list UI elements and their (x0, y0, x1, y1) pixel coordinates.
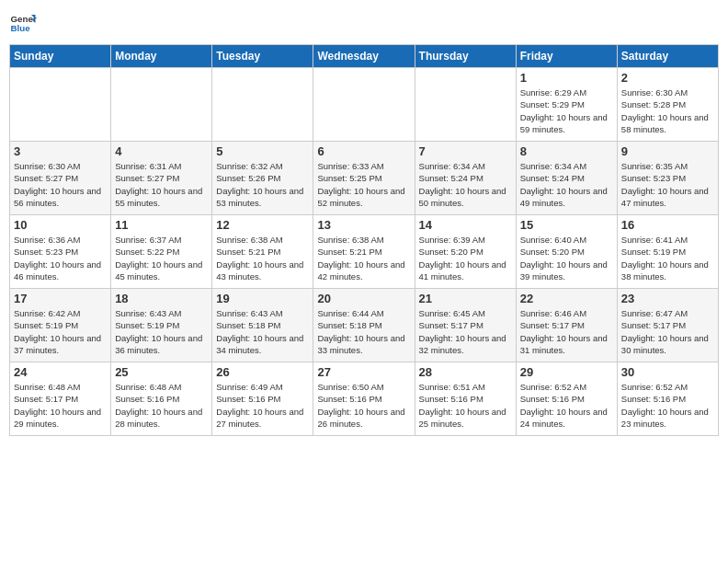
day-info: Sunrise: 6:40 AM Sunset: 5:20 PM Dayligh… (520, 234, 613, 282)
day-number: 18 (115, 292, 208, 305)
day-info: Sunrise: 6:44 AM Sunset: 5:18 PM Dayligh… (317, 307, 410, 356)
calendar-day-cell: 14Sunrise: 6:39 AM Sunset: 5:20 PM Dayli… (415, 215, 516, 289)
calendar-day-cell: 26Sunrise: 6:49 AM Sunset: 5:16 PM Dayli… (212, 362, 313, 436)
day-number: 12 (216, 218, 309, 232)
calendar-day-cell: 5Sunrise: 6:32 AM Sunset: 5:26 PM Daylig… (212, 142, 313, 215)
day-info: Sunrise: 6:43 AM Sunset: 5:18 PM Dayligh… (216, 307, 309, 356)
calendar-day-cell: 4Sunrise: 6:31 AM Sunset: 5:27 PM Daylig… (111, 142, 212, 215)
calendar-header-row: SundayMondayTuesdayWednesdayThursdayFrid… (10, 45, 719, 68)
day-number: 10 (14, 218, 107, 232)
day-number: 16 (621, 218, 714, 232)
day-number: 11 (115, 218, 208, 232)
day-info: Sunrise: 6:30 AM Sunset: 5:27 PM Dayligh… (14, 160, 107, 209)
day-number: 24 (14, 365, 107, 379)
day-number: 5 (216, 144, 309, 158)
calendar-day-cell: 13Sunrise: 6:38 AM Sunset: 5:21 PM Dayli… (313, 215, 415, 289)
logo: General Blue (9, 9, 37, 37)
day-info: Sunrise: 6:43 AM Sunset: 5:19 PM Dayligh… (115, 307, 208, 356)
day-number: 23 (621, 292, 714, 305)
calendar-day-cell: 7Sunrise: 6:34 AM Sunset: 5:24 PM Daylig… (415, 142, 516, 215)
day-info: Sunrise: 6:52 AM Sunset: 5:16 PM Dayligh… (621, 381, 714, 430)
day-info: Sunrise: 6:39 AM Sunset: 5:20 PM Dayligh… (419, 234, 512, 282)
day-info: Sunrise: 6:49 AM Sunset: 5:16 PM Dayligh… (216, 381, 309, 430)
calendar-week-row: 1Sunrise: 6:29 AM Sunset: 5:29 PM Daylig… (10, 68, 719, 142)
calendar-day-cell: 17Sunrise: 6:42 AM Sunset: 5:19 PM Dayli… (10, 289, 111, 362)
day-number: 6 (317, 144, 410, 158)
day-info: Sunrise: 6:50 AM Sunset: 5:16 PM Dayligh… (317, 381, 410, 430)
logo-icon: General Blue (9, 9, 37, 37)
day-number: 7 (419, 144, 512, 158)
day-of-week-header: Monday (111, 45, 212, 68)
calendar-day-cell: 22Sunrise: 6:46 AM Sunset: 5:17 PM Dayli… (516, 289, 617, 362)
day-info: Sunrise: 6:46 AM Sunset: 5:17 PM Dayligh… (520, 307, 613, 356)
day-number: 29 (520, 365, 613, 379)
day-of-week-header: Thursday (415, 45, 516, 68)
day-info: Sunrise: 6:33 AM Sunset: 5:25 PM Dayligh… (317, 160, 410, 209)
calendar-day-cell: 8Sunrise: 6:34 AM Sunset: 5:24 PM Daylig… (516, 142, 617, 215)
calendar-day-cell: 3Sunrise: 6:30 AM Sunset: 5:27 PM Daylig… (10, 142, 111, 215)
day-number: 8 (520, 144, 613, 158)
day-info: Sunrise: 6:45 AM Sunset: 5:17 PM Dayligh… (419, 307, 512, 356)
day-number: 15 (520, 218, 613, 232)
calendar-week-row: 17Sunrise: 6:42 AM Sunset: 5:19 PM Dayli… (10, 289, 719, 362)
calendar-day-cell: 1Sunrise: 6:29 AM Sunset: 5:29 PM Daylig… (516, 68, 617, 142)
day-number: 4 (115, 144, 208, 158)
day-info: Sunrise: 6:48 AM Sunset: 5:16 PM Dayligh… (115, 381, 208, 430)
day-number: 26 (216, 365, 309, 379)
day-number: 30 (621, 365, 714, 379)
day-number: 2 (621, 71, 714, 85)
day-of-week-header: Wednesday (313, 45, 415, 68)
day-info: Sunrise: 6:52 AM Sunset: 5:16 PM Dayligh… (520, 381, 613, 430)
day-number: 25 (115, 365, 208, 379)
calendar-day-cell: 23Sunrise: 6:47 AM Sunset: 5:17 PM Dayli… (617, 289, 718, 362)
svg-text:Blue: Blue (11, 23, 31, 33)
day-info: Sunrise: 6:37 AM Sunset: 5:22 PM Dayligh… (115, 234, 208, 282)
day-number: 3 (14, 144, 107, 158)
day-number: 21 (419, 292, 512, 305)
day-number: 19 (216, 292, 309, 305)
day-number: 27 (317, 365, 410, 379)
calendar-table: SundayMondayTuesdayWednesdayThursdayFrid… (9, 44, 719, 436)
day-number: 22 (520, 292, 613, 305)
calendar-day-cell (111, 68, 212, 142)
day-info: Sunrise: 6:34 AM Sunset: 5:24 PM Dayligh… (520, 160, 613, 209)
calendar-day-cell: 11Sunrise: 6:37 AM Sunset: 5:22 PM Dayli… (111, 215, 212, 289)
day-info: Sunrise: 6:47 AM Sunset: 5:17 PM Dayligh… (621, 307, 714, 356)
day-of-week-header: Sunday (10, 45, 111, 68)
day-info: Sunrise: 6:35 AM Sunset: 5:23 PM Dayligh… (621, 160, 714, 209)
calendar-week-row: 24Sunrise: 6:48 AM Sunset: 5:17 PM Dayli… (10, 362, 719, 436)
day-info: Sunrise: 6:31 AM Sunset: 5:27 PM Dayligh… (115, 160, 208, 209)
calendar-day-cell: 19Sunrise: 6:43 AM Sunset: 5:18 PM Dayli… (212, 289, 313, 362)
header: General Blue (9, 9, 719, 37)
calendar-day-cell: 20Sunrise: 6:44 AM Sunset: 5:18 PM Dayli… (313, 289, 415, 362)
day-info: Sunrise: 6:34 AM Sunset: 5:24 PM Dayligh… (419, 160, 512, 209)
calendar-day-cell: 10Sunrise: 6:36 AM Sunset: 5:23 PM Dayli… (10, 215, 111, 289)
calendar-day-cell: 18Sunrise: 6:43 AM Sunset: 5:19 PM Dayli… (111, 289, 212, 362)
calendar-day-cell: 28Sunrise: 6:51 AM Sunset: 5:16 PM Dayli… (415, 362, 516, 436)
calendar-day-cell: 16Sunrise: 6:41 AM Sunset: 5:19 PM Dayli… (617, 215, 718, 289)
day-info: Sunrise: 6:29 AM Sunset: 5:29 PM Dayligh… (520, 86, 613, 135)
day-info: Sunrise: 6:38 AM Sunset: 5:21 PM Dayligh… (216, 234, 309, 282)
day-info: Sunrise: 6:51 AM Sunset: 5:16 PM Dayligh… (419, 381, 512, 430)
day-info: Sunrise: 6:38 AM Sunset: 5:21 PM Dayligh… (317, 234, 410, 282)
calendar-day-cell (313, 68, 415, 142)
day-info: Sunrise: 6:41 AM Sunset: 5:19 PM Dayligh… (621, 234, 714, 282)
day-number: 20 (317, 292, 410, 305)
day-number: 17 (14, 292, 107, 305)
calendar-day-cell: 21Sunrise: 6:45 AM Sunset: 5:17 PM Dayli… (415, 289, 516, 362)
calendar-day-cell: 24Sunrise: 6:48 AM Sunset: 5:17 PM Dayli… (10, 362, 111, 436)
calendar-day-cell: 2Sunrise: 6:30 AM Sunset: 5:28 PM Daylig… (617, 68, 718, 142)
calendar-day-cell: 6Sunrise: 6:33 AM Sunset: 5:25 PM Daylig… (313, 142, 415, 215)
calendar-day-cell: 29Sunrise: 6:52 AM Sunset: 5:16 PM Dayli… (516, 362, 617, 436)
calendar-day-cell: 15Sunrise: 6:40 AM Sunset: 5:20 PM Dayli… (516, 215, 617, 289)
day-of-week-header: Tuesday (212, 45, 313, 68)
calendar-day-cell: 12Sunrise: 6:38 AM Sunset: 5:21 PM Dayli… (212, 215, 313, 289)
day-number: 1 (520, 71, 613, 85)
day-info: Sunrise: 6:36 AM Sunset: 5:23 PM Dayligh… (14, 234, 107, 282)
calendar-day-cell (10, 68, 111, 142)
calendar-day-cell (415, 68, 516, 142)
day-info: Sunrise: 6:30 AM Sunset: 5:28 PM Dayligh… (621, 86, 714, 135)
calendar-day-cell (212, 68, 313, 142)
day-number: 14 (419, 218, 512, 232)
day-number: 28 (419, 365, 512, 379)
